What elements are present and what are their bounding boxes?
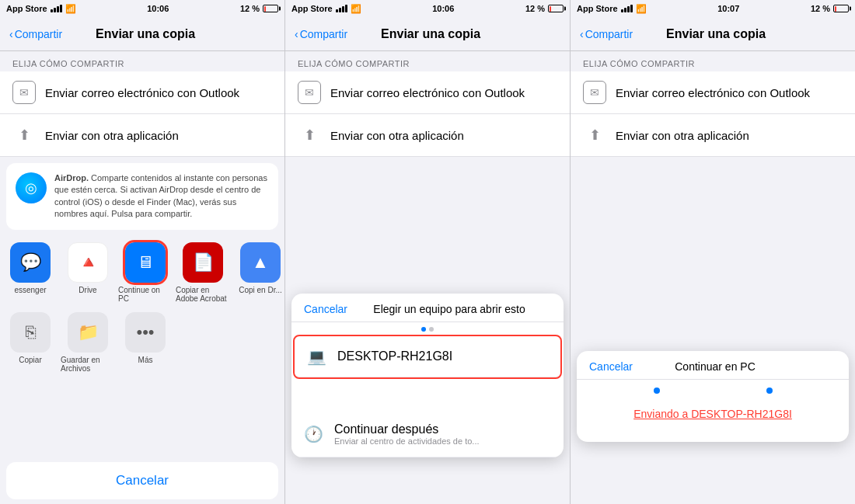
dot-2 <box>429 327 434 332</box>
share-app-continue-pc[interactable]: 🖥 Continue on PC <box>118 242 173 303</box>
popup-cancel-2[interactable]: Cancelar <box>304 303 347 315</box>
page-title-2: Enviar una copia <box>347 27 514 41</box>
list-item-email-1[interactable]: ✉ Enviar correo electrónico con Outlook <box>0 71 284 114</box>
signal-icon-2 <box>336 5 347 12</box>
list-item-share-3[interactable]: ⬆ Enviar con otra aplicación <box>571 114 855 157</box>
back-button-2[interactable]: ‹ Compartir <box>295 28 347 40</box>
share-app-drive[interactable]: 🔺 Drive <box>61 242 115 303</box>
wifi-icon-2: 📶 <box>351 4 361 14</box>
device-item-2[interactable]: 💻 DESKTOP-RH21G8I <box>295 336 560 377</box>
continue-pc-icon: 🖥 <box>125 242 166 283</box>
share-apps-row: 💬 essenger 🔺 Drive 🖥 Continue on PC 📄 Co… <box>0 236 284 309</box>
airdrop-text: AirDrop. Comparte contenidos al instante… <box>54 172 269 221</box>
drive2-icon: ▲ <box>240 242 281 283</box>
action-save[interactable]: 📁 Guardar en Archivos <box>61 312 115 373</box>
share-app-messenger[interactable]: 💬 essenger <box>3 242 58 303</box>
messenger-icon: 💬 <box>10 242 51 283</box>
battery-pct-3: 12 % <box>811 4 830 13</box>
popup-cancel-3[interactable]: Cancelar <box>589 360 633 373</box>
page-title-3: Enviar una copia <box>633 27 799 41</box>
drive-icon: 🔺 <box>68 242 108 283</box>
chevron-left-icon-3: ‹ <box>580 28 584 40</box>
copy-icon: ⎘ <box>10 312 51 353</box>
email-icon-1: ✉ <box>12 81 36 104</box>
chevron-left-icon-2: ‹ <box>295 28 298 40</box>
popup-title-2: Elegir un equipo para abrir esto <box>347 303 551 315</box>
app-store-label-3: App Store <box>577 4 618 13</box>
status-bar-3: App Store 📶 10:07 12 % <box>571 0 855 17</box>
time-3: 10:07 <box>717 4 739 13</box>
page-title-1: Enviar una copia <box>62 27 229 41</box>
sending-dots <box>577 380 849 401</box>
battery-icon-2 <box>548 5 564 12</box>
section-label-2: ELIJA CÓMO COMPARTIR <box>285 51 570 71</box>
back-button-3[interactable]: ‹ Compartir <box>580 28 633 40</box>
share-icon-3: ⬆ <box>583 123 606 147</box>
action-copy[interactable]: ⎘ Copiar <box>3 312 58 373</box>
signal-icon-1 <box>51 5 62 12</box>
popup-header-2: Cancelar Elegir un equipo para abrir est… <box>291 294 564 322</box>
airdrop-icon: ◎ <box>16 172 47 203</box>
back-button-1[interactable]: ‹ Compartir <box>9 28 62 40</box>
popup-action-3: Continuar en PC <box>633 360 797 373</box>
sending-text: Enviando a DESKTOP-RH21G8I <box>577 401 849 426</box>
battery-pct-2: 12 % <box>525 4 545 13</box>
folder-icon: 📁 <box>68 312 108 353</box>
app-store-label-2: App Store <box>291 4 333 13</box>
action-more[interactable]: ••• Más <box>118 312 173 373</box>
share-app-acrobat[interactable]: 📄 Copiar en Adobe Acrobat <box>176 242 230 303</box>
share-icon-1: ⬆ <box>12 123 36 147</box>
wifi-icon-3: 📶 <box>636 4 647 14</box>
airdrop-section: ◎ AirDrop. Comparte contenidos al instan… <box>6 163 278 230</box>
share-icon-2: ⬆ <box>298 123 321 147</box>
wifi-icon-1: 📶 <box>65 4 76 14</box>
list-item-email-2[interactable]: ✉ Enviar correo electrónico con Outlook <box>285 71 570 114</box>
popup-dots-2 <box>291 322 564 333</box>
list-item-email-3[interactable]: ✉ Enviar correo electrónico con Outlook <box>571 71 855 114</box>
app-store-label-1: App Store <box>6 4 47 13</box>
signal-icon-3 <box>621 5 633 12</box>
email-icon-2: ✉ <box>298 81 321 104</box>
section-label-1: ELIJA CÓMO COMPARTIR <box>0 51 284 71</box>
continue-later-text: Continuar después Enviar al centro de ac… <box>334 422 480 446</box>
cancel-button-1[interactable]: Cancelar <box>6 462 278 499</box>
continue-later-item[interactable]: 🕐 Continuar después Enviar al centro de … <box>291 412 564 457</box>
screen-1: App Store 📶 10:06 12 % ‹ Compartir Envia… <box>0 0 285 504</box>
share-actions-row: ⎘ Copiar 📁 Guardar en Archivos ••• Más <box>0 309 284 376</box>
time-1: 10:06 <box>147 4 169 13</box>
list-item-share-2[interactable]: ⬆ Enviar con otra aplicación <box>285 114 570 157</box>
sending-popup: Cancelar Continuar en PC Enviando a DESK… <box>577 351 849 442</box>
share-app-drive2[interactable]: ▲ Copi en Dr... <box>233 242 284 303</box>
dot-blue-2 <box>766 388 773 394</box>
nav-bar-1: ‹ Compartir Enviar una copia <box>0 17 284 51</box>
battery-icon-1 <box>263 5 278 12</box>
email-icon-3: ✉ <box>583 81 606 104</box>
status-bar-2: App Store 📶 10:06 12 % <box>285 0 570 17</box>
clock-icon: 🕐 <box>304 425 323 443</box>
laptop-icon-2: 💻 <box>307 347 326 366</box>
dot-blue-1 <box>654 388 660 394</box>
battery-icon-3 <box>833 5 849 12</box>
more-icon: ••• <box>125 312 166 353</box>
battery-pct-1: 12 % <box>240 4 260 13</box>
acrobat-icon: 📄 <box>183 242 223 283</box>
device-picker-popup: Cancelar Elegir un equipo para abrir est… <box>291 294 564 457</box>
popup-header-3: Cancelar Continuar en PC <box>577 351 849 380</box>
status-bar-1: App Store 📶 10:06 12 % <box>0 0 284 17</box>
list-item-share-1[interactable]: ⬆ Enviar con otra aplicación <box>0 114 284 157</box>
chevron-left-icon-1: ‹ <box>9 28 13 40</box>
nav-bar-2: ‹ Compartir Enviar una copia <box>285 17 570 51</box>
time-2: 10:06 <box>432 4 454 13</box>
dot-1 <box>421 327 426 332</box>
section-label-3: ELIJA CÓMO COMPARTIR <box>571 51 855 71</box>
screen-2: App Store 📶 10:06 12 % ‹ Compartir Envia… <box>285 0 571 504</box>
screen-3: App Store 📶 10:07 12 % ‹ Compartir Envia… <box>571 0 855 504</box>
nav-bar-3: ‹ Compartir Enviar una copia <box>571 17 855 51</box>
